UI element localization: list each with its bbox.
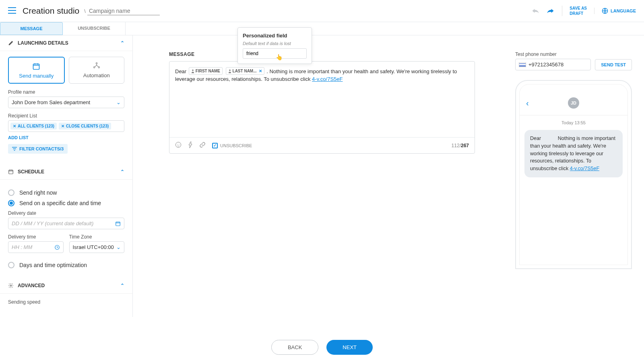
- chevron-up-icon: ⌃: [120, 283, 124, 288]
- preview-timestamp: Today 13:55: [520, 120, 627, 125]
- merge-token-lastname[interactable]: LAST NAM... ✕: [226, 67, 264, 75]
- unsubscribe-toggle[interactable]: UNSUBSCRIBE: [212, 143, 252, 148]
- section-launching-header[interactable]: LAUNCHING DETAILS ⌃: [0, 35, 132, 51]
- schedule-optimize-option[interactable]: Days and time optimization: [8, 262, 124, 268]
- test-phone-label: Test phone number: [515, 51, 632, 57]
- timezone-select[interactable]: Israel UTC+00:00 ⌄: [69, 241, 125, 253]
- chevron-up-icon: ⌃: [120, 169, 124, 175]
- svg-point-12: [177, 144, 178, 144]
- clock-icon: [54, 245, 60, 250]
- close-icon[interactable]: ✕: [13, 124, 16, 128]
- svg-point-9: [192, 69, 194, 71]
- person-icon: [228, 69, 231, 73]
- bolt-icon[interactable]: [188, 142, 193, 149]
- campaign-name-input[interactable]: [87, 7, 160, 15]
- calendar-icon: [115, 221, 121, 226]
- radio-icon: [8, 189, 14, 196]
- chevron-down-icon: ⌄: [116, 99, 121, 105]
- send-manually-label: Send manually: [19, 73, 54, 79]
- message-header: MESSAGE: [169, 51, 475, 57]
- breadcrumb-slash: \: [84, 8, 86, 14]
- filter-contacts-button[interactable]: FILTER CONTACTS/3: [8, 144, 68, 154]
- recipient-list-input[interactable]: ✕ALL CLIENTS (123) ✕CLOSE CLIENTS (123): [8, 120, 124, 132]
- config-sidebar: LAUNCHING DETAILS ⌃ Send manually Automa…: [0, 35, 133, 317]
- person-icon: [191, 69, 194, 73]
- delivery-date-label: Delivery date: [8, 210, 124, 216]
- personalized-field-popover: Personalized field Default text if data …: [237, 27, 312, 64]
- automation-icon: [93, 62, 101, 70]
- flag-icon: [519, 62, 526, 67]
- save-as-draft-button[interactable]: SAVE AS DRAFT: [562, 6, 587, 16]
- app-header: Creation studio \ SAVE AS DRAFT LANGUAGE: [0, 0, 644, 22]
- add-list-button[interactable]: ADD LIST: [8, 135, 124, 140]
- chevron-up-icon: ⌃: [120, 40, 124, 46]
- section-advanced-title: ADVANCED: [18, 283, 45, 288]
- edit-icon: [8, 40, 14, 46]
- filter-icon: [12, 147, 17, 151]
- popover-title: Personalized field: [243, 33, 307, 39]
- calendar-icon: [32, 62, 40, 70]
- test-phone-input[interactable]: +97212345678: [515, 59, 591, 70]
- back-icon[interactable]: ‹: [526, 99, 529, 108]
- svg-rect-5: [9, 170, 13, 174]
- section-schedule-header[interactable]: SCHEDULE ⌃: [0, 164, 132, 180]
- section-schedule-title: SCHEDULE: [18, 169, 44, 175]
- timezone-label: Time Zone: [69, 234, 125, 240]
- svg-point-11: [175, 142, 181, 147]
- popover-default-text-input[interactable]: [243, 48, 307, 59]
- section-advanced-header[interactable]: ADVANCED ⌃: [0, 278, 132, 294]
- tab-unsubscribe[interactable]: UNSUBSCRIBE: [63, 22, 126, 35]
- subtab-bar: MESSAGE UNSUBSCRIBE: [0, 22, 644, 35]
- popover-subtitle: Default text if data is lost: [243, 41, 307, 46]
- send-manually-card[interactable]: Send manually: [8, 57, 65, 84]
- language-label: LANGUAGE: [611, 8, 636, 13]
- message-editor-panel: Personalized field Default text if data …: [133, 35, 511, 317]
- delivery-time-input[interactable]: HH : MM: [8, 241, 64, 253]
- chevron-down-icon: ⌄: [116, 244, 121, 250]
- svg-point-2: [96, 63, 97, 64]
- message-editor[interactable]: Dear FIRST NAME LAST NAM... ✕ . Nothing …: [169, 61, 475, 154]
- delivery-date-input[interactable]: DD / MM / YY (current date default): [8, 218, 124, 229]
- schedule-now-option[interactable]: Send right now: [8, 189, 124, 196]
- profile-name-value: John Dore from Sales department: [12, 99, 90, 105]
- undo-icon[interactable]: [531, 8, 539, 14]
- char-count: 112/267: [452, 143, 469, 148]
- emoji-icon[interactable]: [175, 142, 182, 149]
- automation-label: Automation: [83, 72, 110, 78]
- delivery-time-label: Delivery time: [8, 234, 64, 240]
- radio-icon: [8, 200, 14, 206]
- svg-point-10: [229, 69, 231, 71]
- hamburger-icon[interactable]: [8, 7, 16, 15]
- svg-rect-6: [116, 222, 120, 225]
- svg-point-3: [93, 67, 95, 68]
- preview-unsub-link[interactable]: 4-v.co/7S5eF: [570, 166, 599, 171]
- unsubscribe-link[interactable]: 4-v.co/7S5eF: [312, 76, 343, 82]
- globe-icon: [602, 8, 608, 14]
- merge-token-firstname[interactable]: FIRST NAME: [189, 67, 223, 75]
- link-icon[interactable]: [199, 142, 206, 149]
- close-icon[interactable]: ✕: [259, 68, 262, 74]
- preview-message-bubble: Dear Nothing is more important than your…: [524, 130, 623, 177]
- automation-card[interactable]: Automation: [69, 57, 125, 84]
- close-icon[interactable]: ✕: [61, 124, 64, 128]
- message-body[interactable]: Dear FIRST NAME LAST NAM... ✕ . Nothing …: [169, 62, 475, 137]
- recipient-chip[interactable]: ✕CLOSE CLIENTS (123): [59, 123, 111, 130]
- sending-speed-label: Sending speed: [8, 299, 124, 305]
- tab-message[interactable]: MESSAGE: [0, 22, 63, 35]
- language-button[interactable]: LANGUAGE: [594, 8, 636, 14]
- profile-name-select[interactable]: John Dore from Sales department ⌄: [8, 97, 124, 108]
- section-launching-title: LAUNCHING DETAILS: [18, 40, 68, 46]
- calendar-icon: [8, 169, 14, 175]
- checkbox-icon: [212, 143, 218, 148]
- svg-point-8: [10, 285, 12, 286]
- preview-panel: Test phone number +97212345678 SEND TEST…: [511, 35, 644, 317]
- svg-rect-1: [33, 64, 39, 69]
- phone-preview: ‹ JD Today 13:55 Dear Nothing is more im…: [515, 80, 632, 269]
- recipient-chip[interactable]: ✕ALL CLIENTS (123): [10, 123, 57, 130]
- schedule-specific-option[interactable]: Send on a specific date and time: [8, 200, 124, 206]
- app-title: Creation studio: [23, 6, 79, 16]
- svg-point-4: [98, 67, 99, 68]
- send-test-button[interactable]: SEND TEST: [595, 59, 632, 70]
- redo-icon[interactable]: [547, 8, 555, 14]
- gear-icon: [8, 283, 14, 288]
